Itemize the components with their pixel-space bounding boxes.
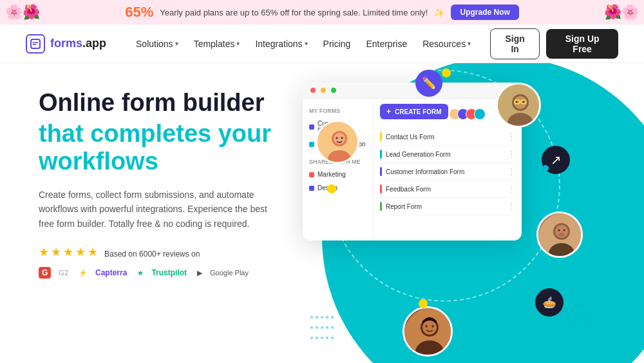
star-rating: ★ ★ ★ ★ ★ (39, 245, 98, 259)
form-row-left: Lead Generation Form (380, 150, 451, 159)
svg-point-22 (558, 233, 565, 237)
form-row-customer-info[interactable]: Customer Information Form ⋮ (380, 163, 515, 181)
svg-rect-0 (31, 39, 40, 48)
svg-point-27 (425, 325, 428, 328)
nav-integrations[interactable]: Integrations ▾ (249, 35, 314, 53)
form-row-feedback[interactable]: Feedback Form ⋮ (380, 181, 515, 198)
g2-label: G2 (59, 269, 68, 277)
form-color-indicator (380, 132, 382, 141)
orbit-dot-top (442, 68, 451, 77)
logo[interactable]: forms.app (26, 34, 106, 54)
chart-icon-bubble: 🥧 (535, 288, 564, 317)
sidebar-dot-teal (309, 142, 314, 147)
create-form-label: CREATE FORM (395, 108, 442, 115)
capterra-label: Capterra (95, 268, 127, 277)
navbar: forms.app Solutions ▾ Templates ▾ Integr… (0, 25, 644, 63)
mockup-titlebar (303, 83, 522, 99)
mockup-main-area: + CREATE FORM Contact (374, 99, 522, 240)
star-5: ★ (88, 245, 98, 259)
signup-button[interactable]: Sign Up Free (546, 29, 618, 59)
form-row-left: Contact Us Form (380, 132, 435, 141)
nav-pricing[interactable]: Pricing (317, 35, 357, 53)
banner-flowers-right: 🌺🌸 (604, 0, 644, 25)
form-row-lead-gen[interactable]: Lead Generation Form ⋮ (380, 146, 515, 163)
form-color-indicator (380, 184, 382, 193)
form-color-indicator (380, 150, 382, 159)
banner-percent: 65% (125, 4, 153, 21)
hero-description: Create forms, collect form submissions, … (39, 188, 283, 231)
sidebar-my-forms-title: MY FORMS (303, 105, 373, 117)
svg-point-21 (564, 230, 565, 231)
nav-solutions[interactable]: Solutions ▾ (129, 35, 185, 53)
g2-badge: G (39, 267, 51, 279)
form-color-indicator (380, 167, 382, 176)
svg-point-5 (336, 137, 338, 139)
form-options-icon[interactable]: ⋮ (507, 167, 515, 176)
avatar-man-beard (536, 211, 583, 258)
dot-grid-2 (572, 299, 592, 329)
sidebar-dot-red (309, 172, 314, 177)
avatar-glasses-person (496, 83, 541, 128)
banner-text: Yearly paid plans are up to 65% off for … (160, 8, 428, 17)
svg-point-6 (341, 137, 343, 139)
googleplay-label: Google Play (210, 269, 249, 277)
hero-title: Online form builder (39, 89, 296, 117)
nav-items: Solutions ▾ Templates ▾ Integrations ▾ P… (129, 35, 477, 53)
form-row-left: Report Form (380, 202, 422, 211)
capterra-icon: ⚡ (79, 269, 88, 277)
upgrade-button[interactable]: Upgrade Now (451, 5, 518, 20)
avatar-woman-dark (402, 306, 453, 357)
reviews-text: Based on 6000+ reviews on (104, 250, 200, 259)
create-form-button[interactable]: + CREATE FORM (380, 104, 448, 119)
nav-solutions-label: Solutions (136, 39, 173, 49)
pencil-icon-bubble: ✏️ (415, 70, 442, 97)
svg-point-15 (523, 101, 524, 103)
star-2: ★ (51, 245, 61, 259)
signin-button[interactable]: Sign In (490, 28, 540, 59)
form-options-icon[interactable]: ⋮ (507, 184, 515, 193)
window-dot-yellow (321, 88, 326, 93)
dot-grid-1 (309, 311, 335, 342)
sidebar-item-design[interactable]: Design (303, 181, 373, 195)
nav-resources-label: Resources (422, 39, 466, 49)
chevron-down-icon: ▾ (305, 40, 308, 47)
star-1: ★ (39, 245, 49, 259)
banner-flowers-left: 🌸🌺 (0, 0, 40, 25)
hero-subtitle: that completes your workflows (39, 120, 296, 176)
promo-banner: 🌸🌺 65% Yearly paid plans are up to 65% o… (0, 0, 644, 25)
hero-section: Online form builder that completes your … (0, 63, 644, 363)
banner-emoji: ✨ (434, 8, 444, 17)
sidebar-item-marketing[interactable]: Marketing (303, 168, 373, 181)
form-name-label: Report Form (386, 203, 422, 210)
form-options-icon[interactable]: ⋮ (507, 150, 515, 159)
hero-left: Online form builder that completes your … (0, 63, 296, 363)
nav-templates-label: Templates (194, 39, 235, 49)
logo-text: forms.app (50, 37, 106, 50)
percent-number: 65 (125, 4, 140, 20)
orbit-dot-left (327, 184, 336, 193)
percent-symbol: % (141, 4, 154, 20)
orbit-dot-bottom (419, 299, 428, 308)
googleplay-icon: ▶ (197, 269, 202, 277)
form-row-report[interactable]: Report Form ⋮ (380, 198, 515, 215)
nav-templates[interactable]: Templates ▾ (187, 35, 247, 53)
chevron-down-icon: ▾ (468, 40, 471, 47)
svg-point-10 (514, 96, 527, 109)
form-name-label: Lead Generation Form (386, 151, 451, 158)
chevron-down-icon: ▾ (175, 40, 178, 47)
window-dot-green (331, 88, 336, 93)
form-row-left: Feedback Form (380, 184, 431, 193)
sidebar-dot-purple (309, 124, 314, 130)
nav-resources[interactable]: Resources ▾ (416, 35, 477, 53)
chevron-down-icon: ▾ (236, 40, 240, 47)
create-form-header: + CREATE FORM (380, 104, 515, 124)
star-4: ★ (75, 245, 86, 259)
form-options-icon[interactable]: ⋮ (507, 132, 515, 141)
form-row-contact[interactable]: Contact Us Form ⋮ (380, 128, 515, 146)
form-color-indicator (380, 202, 382, 211)
svg-point-14 (516, 101, 517, 103)
nav-actions: Sign In Sign Up Free (490, 28, 618, 59)
form-options-icon[interactable]: ⋮ (507, 202, 515, 211)
nav-enterprise[interactable]: Enterprise (359, 35, 413, 53)
user-avatar-4 (474, 108, 486, 120)
